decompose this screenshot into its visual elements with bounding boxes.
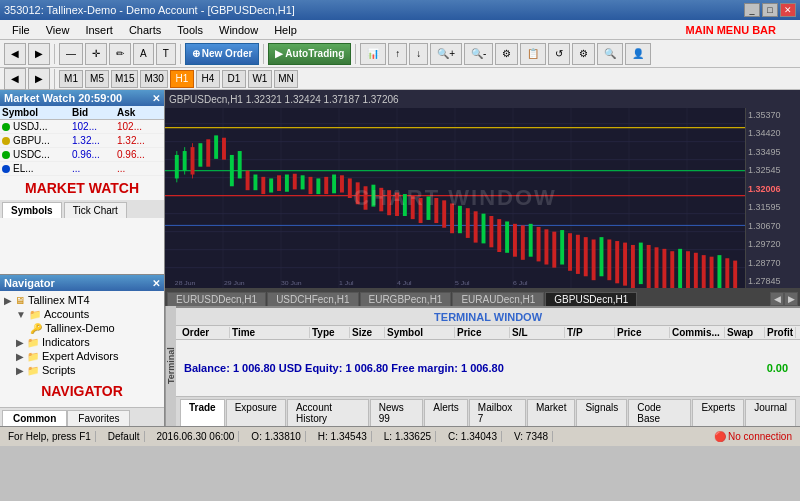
svg-text:5 Jul: 5 Jul xyxy=(455,280,470,286)
symbol-2: GBPU... xyxy=(13,135,72,146)
term-tab-news[interactable]: News 99 xyxy=(370,399,423,426)
toolbar-icon-2[interactable]: ↑ xyxy=(388,43,407,65)
col-type: Type xyxy=(310,327,350,338)
svg-rect-86 xyxy=(647,245,651,288)
refresh-button[interactable]: ↺ xyxy=(548,43,570,65)
tf-d1[interactable]: D1 xyxy=(222,70,246,88)
toolbar-separator-3 xyxy=(263,44,264,64)
menu-charts[interactable]: Charts xyxy=(121,22,169,38)
toolbar-icon-3[interactable]: ↓ xyxy=(409,43,428,65)
tf-mn[interactable]: MN xyxy=(274,70,298,88)
term-tab-mailbox[interactable]: Mailbox 7 xyxy=(469,399,526,426)
chart-canvas[interactable]: 28 Jun 29 Jun 30 Jun 1 Jul 4 Jul 5 Jul 6… xyxy=(165,108,745,288)
svg-rect-80 xyxy=(600,237,604,276)
template-button[interactable]: 📋 xyxy=(520,43,546,65)
balance-row: Balance: 1 006.80 USD Equity: 1 006.80 F… xyxy=(184,362,792,374)
nav-fwd[interactable]: ▶ xyxy=(28,68,50,90)
chart-tab-gbpusd[interactable]: GBPUSDecn,H1 xyxy=(545,292,637,306)
nav-tab-common[interactable]: Common xyxy=(2,410,67,426)
market-watch-close[interactable]: ✕ xyxy=(152,93,160,104)
svg-text:30 Jun: 30 Jun xyxy=(281,280,302,286)
no-connection-icon: 🔴 xyxy=(714,431,726,442)
zoom-in-button[interactable]: 🔍+ xyxy=(430,43,462,65)
chart-tab-eurusd[interactable]: EURUSDDecn,H1 xyxy=(167,292,266,306)
account-icon: 🔑 xyxy=(30,323,42,334)
settings-button[interactable]: ⚙ xyxy=(572,43,595,65)
term-tab-trade[interactable]: Trade xyxy=(180,399,225,426)
market-watch-row-4[interactable]: EL... ... ... xyxy=(0,162,164,176)
line-tool[interactable]: — xyxy=(59,43,83,65)
text-tool[interactable]: A xyxy=(133,43,154,65)
term-tab-experts[interactable]: Experts xyxy=(692,399,744,426)
properties-button[interactable]: ⚙ xyxy=(495,43,518,65)
close-button[interactable]: ✕ xyxy=(780,3,796,17)
nav-item-demo[interactable]: 🔑 Tallinex-Demo xyxy=(2,321,162,335)
market-watch-header: Market Watch 20:59:00 ✕ xyxy=(0,90,164,106)
nav-item-root[interactable]: ▶ 🖥 Tallinex MT4 xyxy=(2,293,162,307)
back-button[interactable]: ◀ xyxy=(4,43,26,65)
mw-tab-tickchart[interactable]: Tick Chart xyxy=(64,202,127,218)
nav-back[interactable]: ◀ xyxy=(4,68,26,90)
terminal-tabs: Trade Exposure Account History News 99 A… xyxy=(176,396,800,426)
maximize-button[interactable]: □ xyxy=(762,3,778,17)
menu-insert[interactable]: Insert xyxy=(77,22,121,38)
new-order-button[interactable]: ⊕ New Order xyxy=(185,43,260,65)
tf-m5[interactable]: M5 xyxy=(85,70,109,88)
expand-icon-root: ▶ xyxy=(4,295,12,306)
chart-tab-eurgbp[interactable]: EURGBPecn,H1 xyxy=(360,292,452,306)
pen-tool[interactable]: ✏ xyxy=(109,43,131,65)
svg-rect-44 xyxy=(316,178,320,194)
chart-scroll-left[interactable]: ◀ xyxy=(770,292,784,306)
text2-tool[interactable]: T xyxy=(156,43,176,65)
term-tab-accounthistory[interactable]: Account History xyxy=(287,399,369,426)
autotrading-button[interactable]: ▶ AutoTrading xyxy=(268,43,351,65)
tf-m15[interactable]: M15 xyxy=(111,70,138,88)
tf-h4[interactable]: H4 xyxy=(196,70,220,88)
symbol-4: EL... xyxy=(13,163,72,174)
menu-tools[interactable]: Tools xyxy=(169,22,211,38)
nav-item-indicators[interactable]: ▶ 📁 Indicators xyxy=(2,335,162,349)
search-button[interactable]: 🔍 xyxy=(597,43,623,65)
user-button[interactable]: 👤 xyxy=(625,43,651,65)
mw-tab-symbols[interactable]: Symbols xyxy=(2,202,62,218)
tf-h1[interactable]: H1 xyxy=(170,70,194,88)
menu-help[interactable]: Help xyxy=(266,22,305,38)
term-tab-journal[interactable]: Journal xyxy=(745,399,796,426)
crosshair-tool[interactable]: ✛ xyxy=(85,43,107,65)
toolbar-icon-1[interactable]: 📊 xyxy=(360,43,386,65)
connection-status: 🔴 No connection xyxy=(710,431,796,442)
tf-m1[interactable]: M1 xyxy=(59,70,83,88)
term-tab-exposure[interactable]: Exposure xyxy=(226,399,286,426)
svg-text:4 Jul: 4 Jul xyxy=(397,280,412,286)
chart-tab-usdchf[interactable]: USDCHFecn,H1 xyxy=(267,292,358,306)
term-tab-alerts[interactable]: Alerts xyxy=(424,399,468,426)
market-watch-row-3[interactable]: USDC... 0.96... 0.96... xyxy=(0,148,164,162)
menu-view[interactable]: View xyxy=(38,22,78,38)
svg-rect-90 xyxy=(678,249,682,288)
tf-w1[interactable]: W1 xyxy=(248,70,272,88)
term-tab-signals[interactable]: Signals xyxy=(576,399,627,426)
col-bid: Bid xyxy=(72,107,117,118)
nav-item-ea[interactable]: ▶ 📁 Expert Advisors xyxy=(2,349,162,363)
menu-file[interactable]: File xyxy=(4,22,38,38)
nav-tab-favorites[interactable]: Favorites xyxy=(67,410,130,426)
tf-m30[interactable]: M30 xyxy=(140,70,167,88)
market-watch-row-1[interactable]: USDJ... 102... 102... xyxy=(0,120,164,134)
status-dot-3 xyxy=(2,151,10,159)
zoom-out-button[interactable]: 🔍- xyxy=(464,43,493,65)
term-tab-codebase[interactable]: Code Base xyxy=(628,399,691,426)
term-tab-market[interactable]: Market xyxy=(527,399,576,426)
nav-item-accounts[interactable]: ▼ 📁 Accounts xyxy=(2,307,162,321)
market-watch-row-2[interactable]: GBPU... 1.32... 1.32... xyxy=(0,134,164,148)
chart-tab-euraud[interactable]: EURAUDecn,H1 xyxy=(452,292,544,306)
price-1: 1.35370 xyxy=(748,110,798,120)
navigator-close[interactable]: ✕ xyxy=(152,278,160,289)
menu-window[interactable]: Window xyxy=(211,22,266,38)
col-ask: Ask xyxy=(117,107,162,118)
forward-button[interactable]: ▶ xyxy=(28,43,50,65)
terminal-side-label[interactable]: Terminal xyxy=(165,306,176,426)
folder-icon-indicators: 📁 xyxy=(27,337,39,348)
chart-scroll-right[interactable]: ▶ xyxy=(784,292,798,306)
minimize-button[interactable]: _ xyxy=(744,3,760,17)
nav-item-scripts[interactable]: ▶ 📁 Scripts xyxy=(2,363,162,377)
